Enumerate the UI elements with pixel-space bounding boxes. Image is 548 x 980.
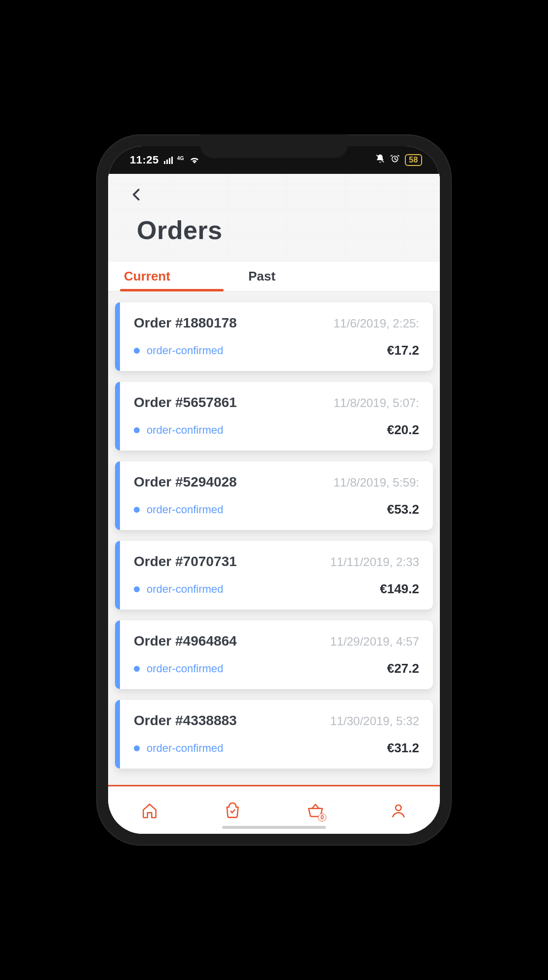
order-status-label: order-confirmed	[147, 424, 223, 437]
status-right: 58	[375, 154, 422, 166]
status-dot-icon	[134, 745, 140, 751]
back-button[interactable]	[125, 183, 149, 206]
order-status-label: order-confirmed	[147, 503, 223, 516]
tab-current[interactable]: Current	[120, 262, 229, 291]
nav-home[interactable]	[136, 797, 163, 824]
screen: 11:25 4G 58	[108, 146, 440, 834]
wifi-icon	[189, 156, 200, 164]
order-date: 11/8/2019, 5:07:	[334, 396, 419, 410]
svg-rect-2	[169, 158, 170, 164]
order-status: order-confirmed	[134, 424, 223, 437]
order-status: order-confirmed	[134, 742, 223, 755]
order-status: order-confirmed	[134, 583, 223, 596]
order-date: 11/6/2019, 2:25:	[334, 317, 419, 330]
notch	[200, 134, 348, 158]
tabs: Current Past	[108, 262, 440, 291]
nav-basket[interactable]: 0	[302, 797, 329, 824]
order-card[interactable]: Order #7070731 11/11/2019, 2:33 order-co…	[115, 541, 433, 610]
home-indicator	[222, 826, 326, 829]
nav-profile[interactable]	[385, 797, 412, 824]
order-title: Order #5294028	[134, 474, 237, 490]
order-list[interactable]: Order #1880178 11/6/2019, 2:25: order-co…	[108, 291, 440, 786]
order-status: order-confirmed	[134, 503, 223, 516]
order-status-label: order-confirmed	[147, 583, 223, 596]
order-card[interactable]: Order #4338883 11/30/2019, 5:32 order-co…	[115, 700, 433, 769]
status-dot-icon	[134, 507, 140, 513]
page-title: Orders	[137, 215, 223, 245]
phone-frame: 11:25 4G 58	[96, 134, 452, 846]
nav-bag[interactable]	[219, 797, 246, 824]
order-date: 11/30/2019, 5:32	[330, 714, 419, 728]
order-status: order-confirmed	[134, 344, 223, 357]
signal-icon	[164, 156, 174, 164]
order-price: €31.2	[387, 740, 419, 756]
basket-badge: 0	[318, 814, 326, 821]
svg-rect-0	[164, 161, 165, 164]
order-date: 11/11/2019, 2:33	[330, 555, 419, 569]
order-card[interactable]: Order #1880178 11/6/2019, 2:25: order-co…	[115, 302, 433, 371]
order-card[interactable]: Order #5294028 11/8/2019, 5:59: order-co…	[115, 461, 433, 530]
order-title: Order #7070731	[134, 554, 237, 570]
status-time: 11:25	[130, 154, 159, 166]
svg-point-6	[395, 805, 401, 810]
order-title: Order #5657861	[134, 395, 237, 410]
order-price: €149.2	[380, 581, 419, 597]
network-label: 4G	[177, 156, 184, 161]
order-title: Order #4338883	[134, 713, 237, 729]
order-price: €17.2	[387, 343, 419, 358]
chevron-left-icon	[129, 187, 144, 202]
order-card[interactable]: Order #4964864 11/29/2019, 4:57 order-co…	[115, 620, 433, 689]
tab-past[interactable]: Past	[229, 262, 337, 291]
home-icon	[141, 802, 158, 819]
order-price: €53.2	[387, 502, 419, 517]
order-price: €20.2	[387, 422, 419, 438]
list-divider	[108, 785, 440, 786]
status-dot-icon	[134, 666, 140, 672]
order-status: order-confirmed	[134, 662, 223, 675]
order-status-label: order-confirmed	[147, 662, 223, 675]
status-dot-icon	[134, 427, 140, 433]
order-status-label: order-confirmed	[147, 344, 223, 357]
svg-rect-1	[166, 160, 168, 164]
status-left: 11:25 4G	[130, 154, 200, 166]
order-card[interactable]: Order #5657861 11/8/2019, 5:07: order-co…	[115, 382, 433, 450]
bag-icon	[224, 802, 241, 819]
bell-off-icon	[375, 154, 385, 166]
battery-indicator: 58	[405, 154, 422, 166]
status-dot-icon	[134, 348, 140, 354]
svg-rect-3	[171, 157, 173, 164]
order-title: Order #1880178	[134, 315, 237, 331]
profile-icon	[390, 802, 407, 819]
order-date: 11/8/2019, 5:59:	[334, 476, 419, 490]
order-date: 11/29/2019, 4:57	[330, 635, 419, 649]
order-status-label: order-confirmed	[147, 742, 223, 755]
alarm-icon	[390, 154, 400, 166]
order-price: €27.2	[387, 661, 419, 676]
header: Orders	[108, 174, 440, 262]
order-title: Order #4964864	[134, 633, 237, 649]
status-dot-icon	[134, 586, 140, 592]
